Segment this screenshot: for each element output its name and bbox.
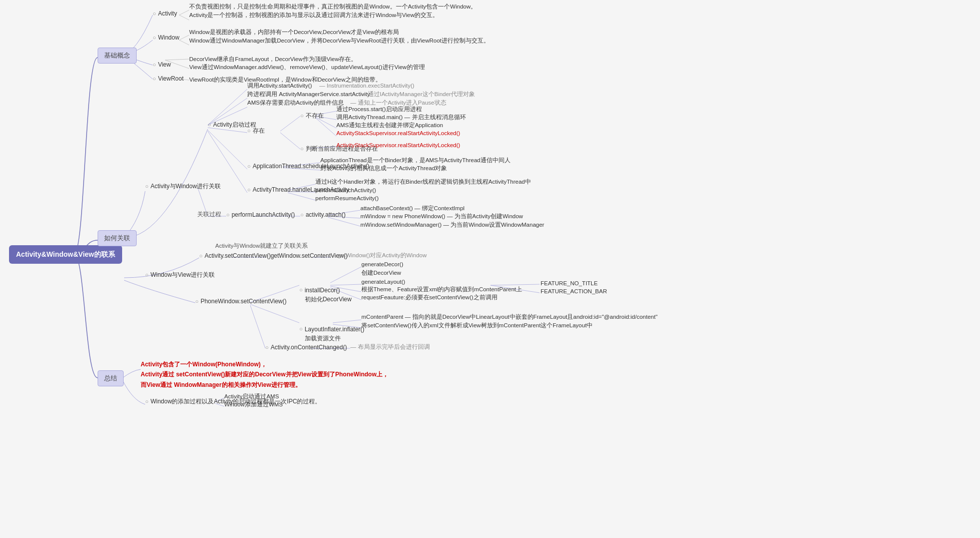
- win-view-rel-node: Window与View进行关联: [145, 270, 215, 279]
- notexist-node: 不存在: [300, 111, 324, 120]
- svg-line-1: [179, 15, 189, 20]
- start3: AMS保存需要启动Activity的组件信息: [247, 99, 344, 107]
- installdecor-node: installDecor() 初始化DecorView: [299, 276, 351, 304]
- svg-line-3: [179, 40, 189, 45]
- ipc1: Activity启动通过AMS: [224, 392, 279, 401]
- view-label: View: [153, 60, 171, 69]
- notexist1: 通过Process.start()启动应用进程: [336, 105, 422, 114]
- actthread2: performLaunchActivity(): [315, 186, 376, 195]
- getwindow2: — getWindow()对应Activity的Window: [330, 251, 427, 260]
- featureaction: FEATURE_ACTION_BAR: [541, 287, 607, 296]
- act-attach-node: activity.attach(): [300, 210, 345, 219]
- svg-line-2: [179, 35, 189, 40]
- svg-line-14: [280, 133, 300, 149]
- requestfeature: requestFeauture:必须要在setContentView()之前调用: [361, 293, 498, 302]
- start2r: — 通过IActivityManager这个Binder代理对象: [360, 90, 475, 99]
- phonewindow-node: PhoneWindow.setContentView(): [195, 297, 287, 306]
- notexist3: AMS通知主线程去创建并绑定Application: [336, 121, 443, 130]
- actthread3: performResumeActivity(): [315, 194, 379, 203]
- appthread-desc2: 封装Activity的相关信息成一个ActivityThread对象: [320, 164, 447, 173]
- generatelayout2: 根据Theme、Feature设置xml的内容赋值到mContentParent…: [361, 285, 522, 294]
- notexist2: 调用ActivityThread.main() — 并启主线程消息循环: [336, 113, 466, 122]
- category-jichu: 基础概念: [98, 48, 137, 64]
- judge-node: 存在: [247, 126, 265, 135]
- established: Activity与Window就建立了关联关系: [215, 242, 308, 250]
- actthread1: 通过H这个Handler对象，将运行在Binder线程的逻辑切换到主线程Acti…: [315, 178, 531, 186]
- start2: 跨进程调用 ActivityManagerService.startActivi…: [247, 90, 370, 99]
- svg-line-34: [250, 304, 299, 323]
- viewroot-label: ViewRoot: [153, 74, 184, 83]
- act-desc2: Activity是一个控制器，控制视图的添加与显示以及通过回调方法来进行Wind…: [189, 11, 438, 20]
- attach3: mWindow.setWindowManager() — 为当前Window设置…: [360, 221, 544, 229]
- oncontentchanged-node: Activity.onContentChanged(): [265, 343, 347, 352]
- svg-line-18: [315, 118, 336, 136]
- layoutinflater-node: LayoutInflater.inflater() 加载资源文件: [299, 315, 364, 343]
- act-desc1: 不负责视图控制，只是控制生命周期和处理事件，真正控制视图的是Window。一个A…: [189, 3, 476, 11]
- svg-line-0: [179, 10, 189, 15]
- notexist4: ActivityStackSupervisor.realStartActivit…: [336, 129, 460, 138]
- connections-svg: [0, 0, 980, 538]
- appthread-desc1: ApplicationThread是一个Binder对象，是AMS与Activi…: [320, 156, 511, 165]
- svg-line-11: [208, 130, 247, 169]
- summary-text: Activity包含了一个Window(PhoneWindow)， Activi…: [141, 359, 388, 390]
- mcontentparent: mContentParent — 指向的就是DecorView中LinearLa…: [361, 313, 658, 321]
- mcontentparent2: 将setContentView()传入的xml文件解析成View树放到mCont…: [361, 321, 593, 330]
- perform-launch-node: performLaunchActivity(): [226, 210, 295, 219]
- lianjie-node: 关联过程: [197, 210, 221, 219]
- window-label: Window: [153, 33, 179, 42]
- view-desc1: DecorView继承自FrameLayout，DecorView作为顶级Vie…: [189, 55, 357, 64]
- generatedecor: generateDecor() 创建DecorView: [361, 260, 403, 278]
- view-desc2: View通过WindowManager.addView()、removeView…: [189, 63, 425, 72]
- exist1: ActivityStackSupervisor.realStartActivit…: [336, 141, 460, 150]
- win-desc2: Window通过WindowManager加载DecorView，并将Decor…: [189, 37, 489, 45]
- start1r: — Instrumentation.execStartActivity(): [319, 82, 414, 90]
- featureno: FEATURE_NO_TITLE: [541, 279, 598, 288]
- svg-line-43: [250, 305, 265, 348]
- ipc2: Window添加通过WMS: [224, 400, 283, 409]
- root-node: Activity&Window&View的联系: [9, 245, 122, 264]
- mind-map: Activity&Window&View的联系 基础概念 如何关联 总结 Act…: [0, 0, 980, 538]
- svg-line-13: [280, 116, 300, 131]
- activity-label: Activity: [153, 9, 177, 18]
- category-ruhe: 如何关联: [98, 230, 137, 246]
- act-win-rel-node: Activity与Window进行关联: [145, 182, 221, 191]
- attach2: mWindow = new PhoneWindow() — 为当前Activit…: [360, 212, 523, 221]
- setcontentview-node: Activity.setContentView(): [199, 251, 271, 260]
- start1: 调用Activity.startActivity(): [247, 82, 312, 90]
- category-zongjie: 总结: [98, 370, 124, 386]
- attach1: attachBaseContext() — 绑定ContextImpl: [360, 204, 464, 213]
- oncontentchanged-desc: — 布局显示完毕后会进行回调: [350, 343, 430, 351]
- win-desc1: Window是视图的承载器，内部持有一个DecorView,DecorView才…: [189, 28, 399, 37]
